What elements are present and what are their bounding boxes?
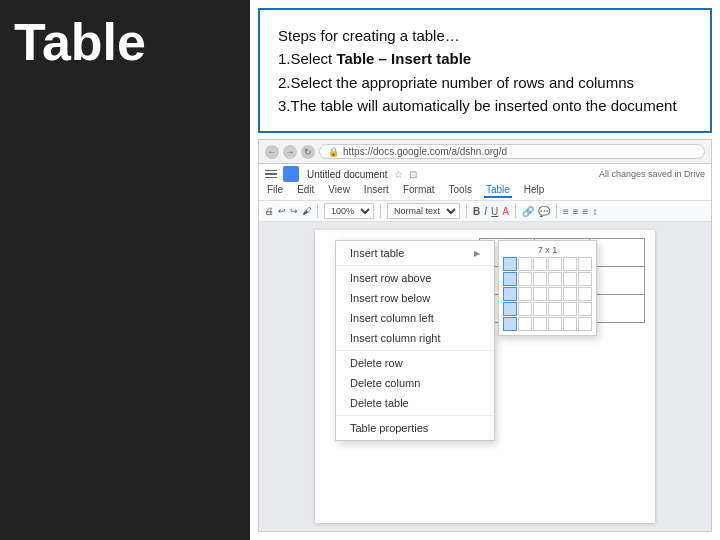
back-button[interactable]: ← xyxy=(265,145,279,159)
doc-page: Insert tableInsert row aboveInsert row b… xyxy=(315,230,655,523)
grid-cell-2-0[interactable] xyxy=(503,287,517,301)
step3: 3.The table will automatically be insert… xyxy=(278,94,692,117)
table-cell-0-2[interactable] xyxy=(590,239,645,267)
grid-cell-4-5[interactable] xyxy=(578,317,592,331)
grid-cell-1-1[interactable] xyxy=(518,272,532,286)
hamburger-menu[interactable] xyxy=(265,170,277,179)
grid-cell-4-4[interactable] xyxy=(563,317,577,331)
menu-item-tools[interactable]: Tools xyxy=(447,183,474,198)
ctx-item-insert-row-above[interactable]: Insert row above xyxy=(336,268,494,288)
ctx-section-2: Delete rowDelete columnDelete table xyxy=(336,351,494,416)
gdocs-title-row: Untitled document ☆ ⊡ All changes saved … xyxy=(265,166,705,182)
grid-cell-0-0[interactable] xyxy=(503,257,517,271)
doc-title: Untitled document xyxy=(307,169,388,180)
step1: 1.Select Table – Insert table xyxy=(278,47,692,70)
ctx-item-insert-table[interactable]: Insert table xyxy=(336,243,494,263)
menu-item-insert[interactable]: Insert xyxy=(362,183,391,198)
gdocs-bar: Untitled document ☆ ⊡ All changes saved … xyxy=(259,164,711,201)
forward-button[interactable]: → xyxy=(283,145,297,159)
grid-cell-1-2[interactable] xyxy=(533,272,547,286)
menu-item-file[interactable]: File xyxy=(265,183,285,198)
grid-cell-3-1[interactable] xyxy=(518,302,532,316)
ctx-item-insert-column-left[interactable]: Insert column left xyxy=(336,308,494,328)
ctx-item-delete-column[interactable]: Delete column xyxy=(336,373,494,393)
ctx-section-0: Insert table xyxy=(336,241,494,266)
grid-label: 7 x 1 xyxy=(503,245,592,255)
grid-cell-3-4[interactable] xyxy=(563,302,577,316)
grid-cell-3-3[interactable] xyxy=(548,302,562,316)
left-panel: Table xyxy=(0,0,250,540)
grid-cell-0-4[interactable] xyxy=(563,257,577,271)
font-color-icon[interactable]: A xyxy=(502,206,509,217)
table-cell-1-2[interactable] xyxy=(590,267,645,295)
grid-cell-2-5[interactable] xyxy=(578,287,592,301)
sep3 xyxy=(466,204,467,218)
bold-icon[interactable]: B xyxy=(473,206,480,217)
grid-cell-1-4[interactable] xyxy=(563,272,577,286)
grid-cell-3-5[interactable] xyxy=(578,302,592,316)
ctx-item-delete-table[interactable]: Delete table xyxy=(336,393,494,413)
browser-area: ← → ↻ 🔒 https://docs.google.com/a/dshn.o… xyxy=(258,139,712,532)
print-icon[interactable]: 🖨 xyxy=(265,206,274,216)
doc-content: Insert tableInsert row aboveInsert row b… xyxy=(259,222,711,531)
grid-cell-2-2[interactable] xyxy=(533,287,547,301)
ctx-item-insert-row-below[interactable]: Insert row below xyxy=(336,288,494,308)
comment-icon[interactable]: 💬 xyxy=(538,206,550,217)
line-spacing-icon[interactable]: ↕ xyxy=(592,206,597,217)
table-grid-submenu: 7 x 1 xyxy=(498,240,597,336)
menu-item-edit[interactable]: Edit xyxy=(295,183,316,198)
grid-cells[interactable] xyxy=(503,257,592,331)
grid-cell-1-0[interactable] xyxy=(503,272,517,286)
zoom-select[interactable]: 100% xyxy=(324,203,374,219)
context-menu: Insert tableInsert row aboveInsert row b… xyxy=(335,240,495,441)
underline-icon[interactable]: U xyxy=(491,206,498,217)
grid-cell-1-3[interactable] xyxy=(548,272,562,286)
grid-cell-3-0[interactable] xyxy=(503,302,517,316)
grid-cell-2-4[interactable] xyxy=(563,287,577,301)
grid-cell-0-5[interactable] xyxy=(578,257,592,271)
folder-icon[interactable]: ⊡ xyxy=(409,169,417,180)
grid-cell-0-2[interactable] xyxy=(533,257,547,271)
table-cell-2-2[interactable] xyxy=(590,295,645,323)
grid-cell-2-3[interactable] xyxy=(548,287,562,301)
menu-item-view[interactable]: View xyxy=(326,183,352,198)
doc-area: Untitled document ☆ ⊡ All changes saved … xyxy=(259,164,711,531)
grid-cell-1-5[interactable] xyxy=(578,272,592,286)
grid-cell-4-1[interactable] xyxy=(518,317,532,331)
star-icon[interactable]: ☆ xyxy=(394,169,403,180)
right-panel: Steps for creating a table… 1.Select Tab… xyxy=(250,0,720,540)
paint-icon[interactable]: 🖌 xyxy=(302,206,311,216)
sep5 xyxy=(556,204,557,218)
align-right-icon[interactable]: ≡ xyxy=(583,206,589,217)
grid-cell-4-3[interactable] xyxy=(548,317,562,331)
gdocs-toolbar: 🖨 ↩ ↪ 🖌 100% Normal text B I U A 🔗 xyxy=(259,201,711,222)
grid-cell-0-1[interactable] xyxy=(518,257,532,271)
italic-icon[interactable]: I xyxy=(484,206,487,217)
style-select[interactable]: Normal text xyxy=(387,203,460,219)
saved-status: All changes saved in Drive xyxy=(599,169,705,179)
address-bar[interactable]: 🔒 https://docs.google.com/a/dshn.org/d xyxy=(319,144,705,159)
ctx-item-table-properties[interactable]: Table properties xyxy=(336,418,494,438)
page-title: Table xyxy=(14,14,146,71)
grid-cell-3-2[interactable] xyxy=(533,302,547,316)
docs-icon xyxy=(283,166,299,182)
grid-cell-0-3[interactable] xyxy=(548,257,562,271)
redo-icon[interactable]: ↪ xyxy=(290,206,298,216)
step1-prefix: 1.Select xyxy=(278,50,336,67)
menu-item-help[interactable]: Help xyxy=(522,183,547,198)
refresh-button[interactable]: ↻ xyxy=(301,145,315,159)
align-left-icon[interactable]: ≡ xyxy=(563,206,569,217)
grid-cell-4-2[interactable] xyxy=(533,317,547,331)
align-center-icon[interactable]: ≡ xyxy=(573,206,579,217)
menu-item-format[interactable]: Format xyxy=(401,183,437,198)
step2: 2.Select the appropriate number of rows … xyxy=(278,71,692,94)
undo-icon[interactable]: ↩ xyxy=(278,206,286,216)
step1-bold: Table – Insert table xyxy=(336,50,471,67)
grid-cell-2-1[interactable] xyxy=(518,287,532,301)
ctx-item-delete-row[interactable]: Delete row xyxy=(336,353,494,373)
grid-cell-4-0[interactable] xyxy=(503,317,517,331)
ctx-item-insert-column-right[interactable]: Insert column right xyxy=(336,328,494,348)
menu-item-table[interactable]: Table xyxy=(484,183,512,198)
link-icon[interactable]: 🔗 xyxy=(522,206,534,217)
ctx-section-1: Insert row aboveInsert row belowInsert c… xyxy=(336,266,494,351)
